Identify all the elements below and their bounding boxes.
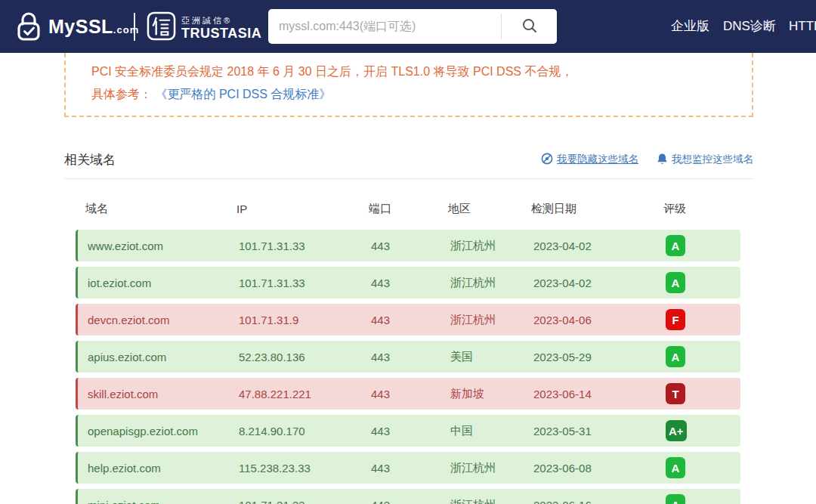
- bell-icon: [657, 153, 668, 167]
- col-header-ip: IP: [236, 203, 369, 215]
- date-cell: 2023-06-08: [533, 462, 666, 475]
- col-header-date: 检测日期: [531, 202, 663, 216]
- region-cell: 浙江杭州: [450, 461, 533, 475]
- port-cell: 443: [371, 388, 450, 400]
- related-domains-table: 域名 IP 端口 地区 检测日期 评级 www.eziot.com 101.71…: [76, 198, 740, 504]
- ip-cell: 115.238.23.33: [239, 462, 371, 475]
- region-cell: 浙江杭州: [450, 313, 533, 327]
- port-cell: 443: [371, 240, 450, 252]
- grade-badge: A: [666, 346, 685, 367]
- date-cell: 2023-05-29: [533, 351, 666, 363]
- port-cell: 443: [371, 351, 450, 363]
- port-cell: 443: [371, 499, 450, 504]
- port-cell: 443: [371, 425, 450, 438]
- lock-logo-icon: [15, 11, 42, 42]
- col-header-grade: 评级: [663, 202, 740, 216]
- table-rows: www.eziot.com 101.71.31.33 443 浙江杭州 2023…: [76, 230, 740, 504]
- table-row[interactable]: openapisgp.eziot.com 8.214.90.170 443 中国…: [76, 415, 740, 447]
- ip-cell: 8.214.90.170: [239, 425, 371, 438]
- search-box: [268, 9, 557, 44]
- table-row[interactable]: www.eziot.com 101.71.31.33 443 浙江杭州 2023…: [76, 230, 740, 261]
- region-cell: 新加坡: [450, 387, 533, 401]
- col-header-domain: 域名: [85, 202, 236, 216]
- port-cell: 443: [371, 314, 450, 326]
- grade-badge: A+: [666, 420, 687, 441]
- pci-notice-line2: 具体参考： 《更严格的 PCI DSS 合规标准》: [91, 85, 752, 104]
- region-cell: 中国: [450, 424, 533, 438]
- section-divider: [64, 178, 753, 179]
- nav-http[interactable]: HTTP: [789, 0, 816, 53]
- pci-notice: PCI 安全标准委员会规定 2018 年 6 月 30 日之后，开启 TLS1.…: [64, 53, 753, 117]
- grade-cell: F: [666, 309, 740, 330]
- trustasia-logo[interactable]: 亞洲誠信® TRUSTASIA: [147, 11, 261, 44]
- grade-badge: T: [666, 383, 685, 404]
- table-row[interactable]: skill.eziot.com 47.88.221.221 443 新加坡 20…: [76, 378, 740, 410]
- related-domains-header: 相关域名 我要隐藏这些域名: [64, 148, 753, 171]
- table-row[interactable]: mini.eziot.com 101.71.31.33 443 浙江杭州 202…: [76, 489, 740, 504]
- table-row[interactable]: apius.eziot.com 52.23.80.136 443 美国 2023…: [76, 341, 740, 373]
- section-links: 我要隐藏这些域名 我想监控这些域名: [541, 153, 753, 167]
- pci-notice-line1: PCI 安全标准委员会规定 2018 年 6 月 30 日之后，开启 TLS1.…: [91, 62, 752, 81]
- domain-cell: skill.eziot.com: [88, 388, 239, 400]
- domain-cell: www.eziot.com: [88, 240, 239, 252]
- ip-cell: 52.23.80.136: [239, 351, 371, 363]
- ip-cell: 101.71.31.33: [239, 240, 371, 252]
- date-cell: 2023-05-31: [533, 425, 666, 438]
- grade-cell: A: [666, 494, 740, 504]
- table-row[interactable]: iot.eziot.com 101.71.31.33 443 浙江杭州 2023…: [76, 267, 740, 298]
- top-navbar: MySSL.com 亞洲誠信® TRUSTASIA: [0, 0, 816, 53]
- nav-enterprise[interactable]: 企业版: [671, 0, 709, 53]
- grade-badge: A: [666, 457, 685, 478]
- grade-cell: A: [666, 457, 740, 478]
- monitor-domains-link[interactable]: 我想监控这些域名: [657, 153, 753, 167]
- domain-cell: iot.eziot.com: [88, 277, 239, 289]
- date-cell: 2023-06-14: [533, 388, 666, 400]
- trustasia-seal-icon: [147, 11, 176, 44]
- hide-domains-link[interactable]: 我要隐藏这些域名: [541, 153, 638, 167]
- search-input[interactable]: [268, 9, 501, 44]
- grade-cell: T: [666, 383, 740, 404]
- grade-badge: A: [666, 235, 685, 256]
- port-cell: 443: [371, 462, 450, 475]
- region-cell: 浙江杭州: [450, 498, 533, 504]
- domain-cell: help.eziot.com: [88, 462, 239, 475]
- table-row[interactable]: help.eziot.com 115.238.23.33 443 浙江杭州 20…: [76, 452, 740, 484]
- grade-cell: A: [666, 272, 740, 293]
- ip-cell: 101.71.31.33: [239, 277, 371, 289]
- ip-cell: 101.71.31.9: [239, 314, 371, 326]
- region-cell: 浙江杭州: [450, 276, 533, 290]
- search-button[interactable]: [502, 9, 557, 44]
- date-cell: 2023-06-16: [533, 499, 666, 504]
- domain-cell: devcn.eziot.com: [88, 314, 239, 326]
- nav-dns-diagnosis[interactable]: DNS诊断: [723, 0, 776, 53]
- brand-divider: [134, 13, 135, 41]
- myssl-logo[interactable]: MySSL.com: [15, 11, 139, 42]
- table-header-row: 域名 IP 端口 地区 检测日期 评级: [76, 198, 740, 219]
- grade-badge: F: [666, 309, 685, 330]
- grade-badge: A: [666, 272, 685, 293]
- trustasia-text: 亞洲誠信® TRUSTASIA: [181, 15, 261, 41]
- pci-notice-ref-label: 具体参考：: [91, 88, 155, 100]
- section-title: 相关域名: [64, 151, 116, 169]
- grade-badge: A: [666, 494, 685, 504]
- domain-cell: apius.eziot.com: [88, 351, 239, 363]
- region-cell: 美国: [450, 350, 533, 364]
- domain-cell: mini.eziot.com: [88, 499, 239, 504]
- date-cell: 2023-04-06: [533, 314, 666, 326]
- col-header-port: 端口: [369, 202, 448, 216]
- domain-cell: openapisgp.eziot.com: [88, 425, 239, 438]
- ip-cell: 101.71.31.33: [239, 499, 371, 504]
- ip-cell: 47.88.221.221: [239, 388, 371, 400]
- date-cell: 2023-04-02: [533, 240, 666, 252]
- port-cell: 443: [371, 277, 450, 289]
- grade-cell: A: [666, 235, 740, 256]
- pci-dss-standard-link[interactable]: 《更严格的 PCI DSS 合规标准》: [155, 88, 331, 100]
- col-header-region: 地区: [448, 202, 531, 216]
- grade-cell: A: [666, 346, 740, 367]
- grade-cell: A+: [666, 420, 740, 441]
- table-row[interactable]: devcn.eziot.com 101.71.31.9 443 浙江杭州 202…: [76, 304, 740, 335]
- date-cell: 2023-04-02: [533, 277, 666, 289]
- hide-eye-icon: [541, 153, 553, 167]
- brand-text: MySSL.com: [48, 16, 139, 38]
- page: MySSL.com 亞洲誠信® TRUSTASIA: [0, 0, 816, 504]
